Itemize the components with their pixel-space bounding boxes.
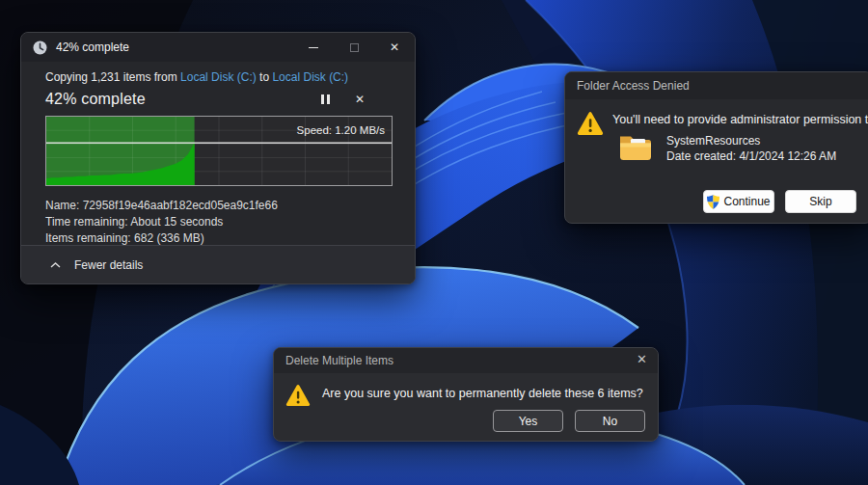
warning-icon bbox=[285, 384, 311, 407]
close-icon: ✕ bbox=[637, 352, 647, 366]
skip-button[interactable]: Skip bbox=[785, 190, 856, 213]
yes-button-label: Yes bbox=[519, 415, 538, 428]
continue-button-label: Continue bbox=[723, 195, 770, 208]
copy-progress-dialog: 42% complete ✕ Copying 1,231 items from … bbox=[20, 32, 416, 284]
copy-details: Name: 72958f19e46aabf182ecd05ea9c1fe66 T… bbox=[45, 198, 391, 247]
detail-name-line: Name: 72958f19e46aabf182ecd05ea9c1fe66 bbox=[45, 198, 391, 214]
folder-dialog-title: Folder Access Denied bbox=[577, 79, 690, 93]
source-disk-link[interactable]: Local Disk (C:) bbox=[180, 70, 257, 84]
pause-icon bbox=[321, 94, 330, 104]
no-button[interactable]: No bbox=[575, 410, 645, 432]
detail-time-line: Time remaining: About 15 seconds bbox=[45, 214, 391, 230]
destination-disk-link[interactable]: Local Disk (C:) bbox=[272, 70, 348, 84]
maximize-icon bbox=[350, 43, 359, 52]
skip-button-label: Skip bbox=[809, 195, 831, 208]
minimize-button[interactable] bbox=[293, 33, 334, 62]
speed-label: Speed: 1.20 MB/s bbox=[297, 124, 385, 136]
delete-dialog-close-button[interactable]: ✕ bbox=[637, 353, 647, 365]
close-icon: ✕ bbox=[390, 41, 399, 53]
fewer-details-label: Fewer details bbox=[74, 258, 143, 272]
progress-percent-heading: 42% complete bbox=[45, 91, 146, 108]
warning-icon bbox=[577, 111, 604, 136]
folder-dialog-message: You'll need to provide administrator per… bbox=[612, 113, 868, 126]
copying-summary: Copying 1,231 items from Local Disk (C:)… bbox=[45, 70, 391, 84]
close-button[interactable]: ✕ bbox=[374, 33, 415, 62]
folder-item-date: Date created: 4/1/2024 12:26 AM bbox=[666, 149, 836, 163]
copy-speed-graph: Speed: 1.20 MB/s bbox=[45, 116, 393, 186]
uac-shield-icon bbox=[707, 195, 719, 209]
copy-dialog-title: 42% complete bbox=[56, 40, 129, 54]
continue-button[interactable]: Continue bbox=[703, 190, 774, 213]
yes-button[interactable]: Yes bbox=[493, 410, 563, 432]
copy-dialog-titlebar: 42% complete ✕ bbox=[21, 33, 415, 62]
pause-copy-button[interactable] bbox=[321, 94, 330, 104]
folder-item-name: SystemResources bbox=[666, 134, 760, 148]
copy-progress-clock-icon bbox=[33, 40, 47, 55]
delete-dialog-title: Delete Multiple Items bbox=[285, 354, 393, 367]
folder-icon bbox=[618, 131, 653, 163]
delete-dialog-titlebar: Delete Multiple Items bbox=[274, 348, 658, 373]
copying-summary-prefix: Copying 1,231 items from bbox=[45, 70, 180, 84]
delete-items-dialog: Delete Multiple Items ✕ Are you sure you… bbox=[273, 347, 659, 442]
window-controls: ✕ bbox=[293, 33, 415, 62]
cancel-icon: ✕ bbox=[355, 94, 365, 105]
copy-dialog-body: Copying 1,231 items from Local Disk (C:)… bbox=[21, 62, 415, 247]
chevron-up-icon bbox=[50, 262, 61, 268]
chart-threshold-line bbox=[46, 143, 392, 144]
folder-access-denied-dialog: Folder Access Denied You'll need to prov… bbox=[564, 71, 868, 224]
maximize-button[interactable] bbox=[334, 33, 374, 62]
folder-dialog-titlebar: Folder Access Denied bbox=[565, 72, 868, 99]
fewer-details-toggle[interactable]: Fewer details bbox=[21, 245, 415, 283]
delete-dialog-message: Are you sure you want to permanently del… bbox=[322, 387, 643, 400]
minimize-icon bbox=[309, 47, 318, 48]
cancel-copy-button[interactable]: ✕ bbox=[355, 94, 365, 105]
no-button-label: No bbox=[603, 415, 617, 428]
copying-summary-connector: to bbox=[257, 70, 273, 84]
